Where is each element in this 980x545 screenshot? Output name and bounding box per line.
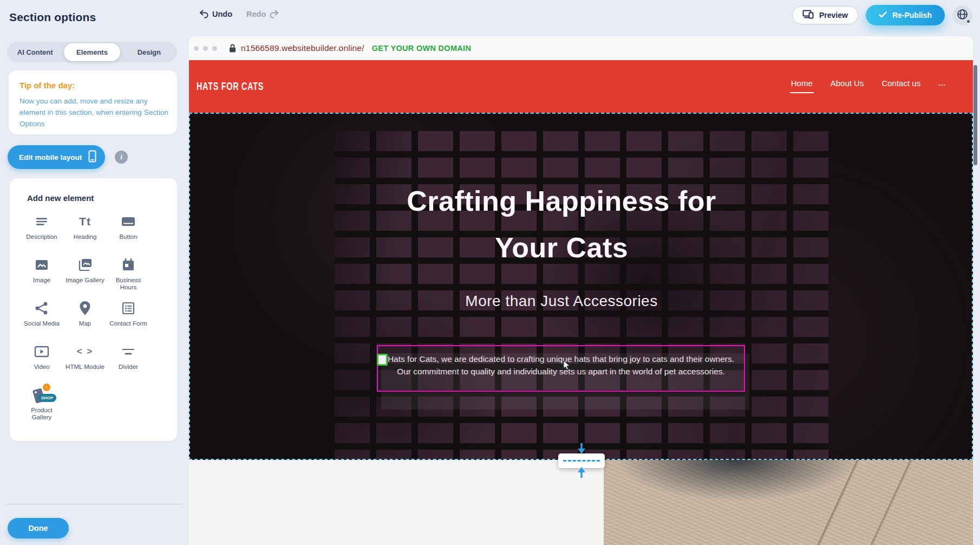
hero-paragraph: Hats for Cats, we are dedicated to craft… (378, 346, 744, 378)
tab-ai-content[interactable]: AI Content (7, 43, 63, 61)
next-section-blank (189, 460, 604, 545)
add-element-card: Add new element Description Heading Butt… (10, 178, 177, 441)
site-canvas: n1566589.websitebuilder.online/ GET YOUR… (189, 36, 973, 545)
nav-home[interactable]: Home (791, 79, 813, 88)
tip-of-the-day-card: Tip of the day: Now you can add, move an… (9, 70, 177, 134)
redo-button[interactable]: Redo (246, 10, 279, 18)
button-icon (119, 212, 138, 231)
upgrade-arrow-badge: ↑ (43, 384, 50, 391)
site-header: HATS FOR CATS Home About Us Contact us .… (189, 60, 973, 113)
element-html-module[interactable]: HTML Module (63, 340, 107, 384)
get-domain-link[interactable]: GET YOUR OWN DOMAIN (372, 44, 471, 53)
map-icon (76, 299, 94, 317)
tab-elements[interactable]: Elements (64, 43, 120, 61)
pavement-photo (604, 460, 973, 545)
undo-label: Undo (212, 10, 232, 18)
element-image-gallery[interactable]: Image Gallery (63, 254, 107, 297)
divider-icon (119, 342, 138, 361)
element-heading[interactable]: Heading (63, 210, 107, 254)
topbar-actions: Preview Re-Publish (792, 5, 972, 25)
history-controls: Undo Redo (199, 10, 279, 18)
lock-icon (229, 44, 236, 53)
nav-about-us[interactable]: About Us (831, 79, 864, 88)
contact-form-icon (119, 299, 138, 317)
site-url[interactable]: n1566589.websitebuilder.online/ (241, 43, 364, 53)
phone-icon (88, 150, 96, 164)
section-resize-handle[interactable] (558, 453, 605, 468)
image-icon (32, 256, 51, 274)
element-description[interactable]: Description (20, 210, 63, 254)
hero-section[interactable]: Crafting Happiness for Your Cats More th… (189, 113, 973, 460)
screen: Section options Undo Redo Preview Re-P (0, 0, 980, 545)
scrollbar-thumb[interactable] (974, 65, 977, 165)
browser-bar: n1566589.websitebuilder.online/ GET YOUR… (189, 36, 973, 60)
republish-label: Re-Publish (892, 11, 932, 20)
social-media-icon (32, 299, 51, 317)
globe-notch (967, 20, 970, 23)
nav-contact-us[interactable]: Contact us (881, 79, 920, 88)
shop-badge: SHOP (38, 394, 56, 402)
image-gallery-icon (76, 256, 94, 274)
preview-devices-icon (802, 10, 814, 21)
html-module-icon (76, 342, 94, 361)
site-logo[interactable]: HATS FOR CATS (197, 80, 264, 93)
mouse-cursor (563, 360, 571, 373)
republish-button[interactable]: Re-Publish (866, 5, 945, 25)
element-social-media[interactable]: Social Media (20, 297, 63, 340)
info-icon[interactable]: i (115, 151, 128, 164)
element-contact-form[interactable]: Contact Form (107, 297, 150, 340)
tab-design[interactable]: Design (121, 43, 177, 61)
window-dots (194, 46, 217, 51)
page-title: Section options (9, 11, 96, 24)
redo-label: Redo (246, 10, 266, 18)
element-image[interactable]: Image (20, 254, 63, 297)
video-icon (32, 342, 51, 361)
preview-label: Preview (819, 11, 848, 20)
element-video[interactable]: Video (20, 340, 63, 384)
check-icon (879, 11, 887, 20)
element-business-hours[interactable]: Business Hours (107, 254, 150, 297)
next-section[interactable] (189, 460, 973, 545)
business-hours-icon (119, 256, 138, 274)
tip-heading: Tip of the day: (19, 81, 166, 90)
tip-body: Now you can add, move and resize any ele… (19, 96, 175, 130)
panel-tabs: AI Content Elements Design (7, 42, 177, 62)
mobile-layout-row: Edit mobile layout i (8, 145, 128, 169)
element-product-gallery[interactable]: ↑ SHOP Product Gallery (20, 384, 63, 427)
done-button[interactable]: Done (8, 518, 69, 538)
undo-icon (199, 10, 208, 18)
element-drag-handle[interactable] (377, 354, 388, 366)
hero-subheading[interactable]: More than Just Accessories (190, 293, 933, 310)
element-grid: Description Heading Button Image (10, 210, 177, 427)
undo-button[interactable]: Undo (199, 10, 232, 18)
resize-dash-line (563, 460, 600, 462)
product-gallery-icon: ↑ SHOP (32, 386, 51, 404)
redo-icon (270, 10, 279, 18)
edit-mobile-layout-button[interactable]: Edit mobile layout (8, 145, 105, 169)
selected-text-element[interactable]: Hats for Cats, we are dedicated to craft… (377, 345, 745, 392)
element-map[interactable]: Map (63, 297, 107, 340)
preview-button[interactable]: Preview (792, 6, 858, 24)
description-icon (32, 212, 51, 231)
sidebar-divider (5, 504, 182, 504)
language-globe-button[interactable] (952, 5, 972, 25)
nav-more-button[interactable]: ... (938, 79, 946, 87)
hero-heading[interactable]: Crafting Happiness for Your Cats (190, 178, 933, 271)
globe-icon (957, 9, 968, 22)
element-button[interactable]: Button (107, 210, 150, 254)
add-element-title: Add new element (27, 193, 177, 203)
element-divider[interactable]: Divider (107, 340, 150, 384)
site-nav: Home About Us Contact us ... (791, 79, 946, 88)
edit-mobile-label: Edit mobile layout (19, 153, 82, 161)
heading-icon (76, 212, 94, 231)
